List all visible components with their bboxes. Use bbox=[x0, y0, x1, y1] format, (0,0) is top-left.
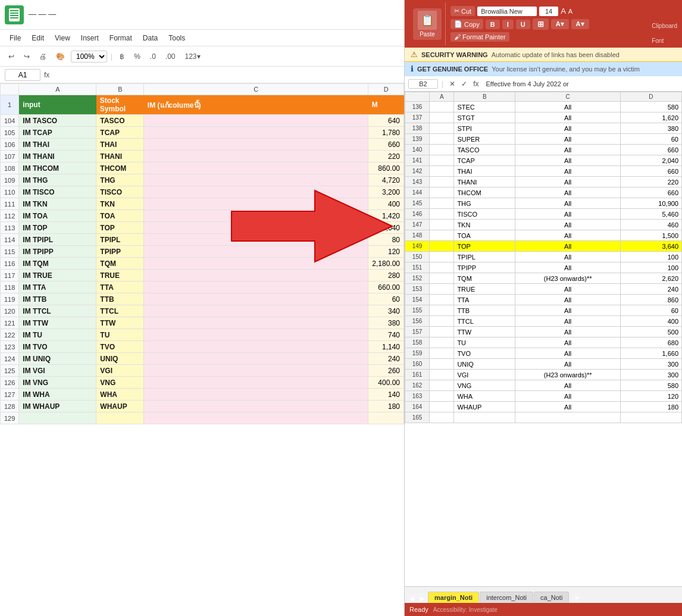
xl-cell-c[interactable]: (H23 onwards)** bbox=[515, 370, 621, 380]
gs-cell-c[interactable] bbox=[144, 282, 368, 293]
gs-cell-b[interactable]: VNG bbox=[96, 377, 144, 389]
xl-cell-b[interactable]: TQM bbox=[454, 273, 515, 284]
xl-cell-b[interactable]: TISCO bbox=[454, 209, 515, 220]
cut-button[interactable]: ✂ Cut bbox=[451, 6, 475, 16]
xl-cell-d[interactable]: 60 bbox=[620, 134, 681, 145]
redo-btn[interactable]: ↪ bbox=[20, 51, 33, 62]
gs-cell-c[interactable] bbox=[144, 258, 368, 270]
xl-cell-a[interactable] bbox=[430, 241, 454, 252]
xl-cell-a[interactable] bbox=[430, 337, 454, 348]
menu-format[interactable]: Format bbox=[105, 33, 137, 43]
gs-cell-c[interactable] bbox=[144, 377, 368, 389]
gs-cell-c[interactable] bbox=[144, 186, 368, 198]
xl-cell-d[interactable]: 460 bbox=[620, 220, 681, 230]
xl-cell-d[interactable]: 660 bbox=[620, 166, 681, 177]
gs-cell-c[interactable] bbox=[144, 127, 368, 139]
xl-cell-a[interactable] bbox=[430, 134, 454, 145]
xl-cell-d[interactable]: 100 bbox=[620, 262, 681, 273]
xl-cell-c[interactable]: All bbox=[515, 220, 621, 230]
xl-cell-ref[interactable]: B2 bbox=[408, 79, 438, 89]
add-sheet-btn[interactable]: + bbox=[572, 593, 581, 603]
xl-cell-c[interactable]: All bbox=[515, 252, 621, 262]
gs-cell-d[interactable]: 220 bbox=[368, 151, 404, 162]
gs-cell-b[interactable]: TTA bbox=[96, 282, 144, 293]
gs-cell-a[interactable]: IM WHAUP bbox=[19, 401, 96, 412]
gs-cell-a[interactable]: IM TCAP bbox=[19, 127, 96, 139]
italic-button[interactable]: I bbox=[502, 20, 514, 29]
gs-cell-d[interactable]: 340 bbox=[368, 305, 404, 317]
menu-tools[interactable]: Tools bbox=[164, 33, 190, 43]
xl-cell-c[interactable] bbox=[515, 412, 621, 423]
gs-cell-a[interactable]: IM TRUE bbox=[19, 270, 96, 282]
xl-cell-b[interactable]: STEC bbox=[454, 102, 515, 112]
bold-button[interactable]: B bbox=[486, 20, 500, 29]
xl-cell-c[interactable]: All bbox=[515, 262, 621, 273]
xl-cell-c[interactable]: All bbox=[515, 295, 621, 305]
xl-cell-a[interactable] bbox=[430, 187, 454, 198]
xl-cell-a[interactable] bbox=[430, 305, 454, 316]
xl-cell-b[interactable]: TTCL bbox=[454, 316, 515, 327]
xl-cell-d[interactable]: 300 bbox=[620, 370, 681, 380]
gs-cell-d[interactable]: 1,420 bbox=[368, 210, 404, 222]
xl-cell-c[interactable]: All bbox=[515, 166, 621, 177]
gs-cell-a[interactable]: IM TTA bbox=[19, 282, 96, 293]
decrease-font-btn[interactable]: A bbox=[568, 8, 572, 15]
xl-cell-c[interactable]: All bbox=[515, 327, 621, 337]
xl-cell-c[interactable]: All bbox=[515, 155, 621, 166]
gs-cell-d[interactable]: 80 bbox=[368, 234, 404, 246]
gs-cell-d[interactable]: 740 bbox=[368, 329, 404, 341]
gs-cell-d[interactable]: 2,180.00 bbox=[368, 258, 404, 270]
gs-cell-c[interactable] bbox=[144, 341, 368, 353]
gs-cell-d[interactable]: 3,200 bbox=[368, 186, 404, 198]
gs-cell-a[interactable]: IM THG bbox=[19, 174, 96, 186]
gs-cell-a[interactable]: IM VGI bbox=[19, 365, 96, 377]
gs-cell-a[interactable]: IM TU bbox=[19, 329, 96, 341]
gs-cell-d[interactable]: 280 bbox=[368, 270, 404, 282]
gs-cell-c[interactable] bbox=[144, 174, 368, 186]
gs-cell-d[interactable]: 260 bbox=[368, 365, 404, 377]
format-btn[interactable]: 123▾ bbox=[182, 51, 204, 62]
xl-cell-a[interactable] bbox=[430, 295, 454, 305]
gs-cell-c[interactable] bbox=[144, 234, 368, 246]
xl-cell-a[interactable] bbox=[430, 102, 454, 112]
decimal-btn1[interactable]: .0 bbox=[146, 51, 159, 62]
xl-cell-c[interactable]: All bbox=[515, 134, 621, 145]
xl-cell-c[interactable]: All bbox=[515, 359, 621, 370]
cell-ref-input[interactable] bbox=[5, 69, 40, 81]
gs-cell-d[interactable] bbox=[368, 412, 404, 424]
xl-cell-d[interactable]: 2,040 bbox=[620, 155, 681, 166]
paste-button[interactable]: 📋 Paste bbox=[413, 8, 442, 40]
xl-cell-b[interactable]: TTB bbox=[454, 305, 515, 316]
xl-cell-d[interactable]: 500 bbox=[620, 327, 681, 337]
gs-cell-d[interactable]: 660.00 bbox=[368, 282, 404, 293]
gs-cell-d[interactable]: 1,140 bbox=[368, 341, 404, 353]
undo-btn[interactable]: ↩ bbox=[5, 51, 18, 62]
xl-cell-d[interactable]: 2,620 bbox=[620, 273, 681, 284]
xl-cell-b[interactable]: UNIQ bbox=[454, 359, 515, 370]
xl-cell-d[interactable]: 180 bbox=[620, 402, 681, 412]
font-name-select[interactable]: Browallia New bbox=[477, 7, 537, 16]
zoom-select[interactable]: 100% bbox=[71, 51, 107, 62]
gs-cell-b[interactable]: TOA bbox=[96, 210, 144, 222]
tab-ca-noti[interactable]: ca_Noti bbox=[534, 592, 569, 603]
gs-cell-b[interactable]: TPIPP bbox=[96, 246, 144, 258]
paint-format-btn[interactable]: 🎨 bbox=[52, 51, 68, 62]
xl-cell-b[interactable]: THAI bbox=[454, 166, 515, 177]
tab-margin-noti[interactable]: margin_Noti bbox=[428, 592, 479, 603]
gs-cell-a[interactable]: IM TASCO bbox=[19, 115, 96, 127]
gs-cell-d[interactable]: 120 bbox=[368, 246, 404, 258]
gs-cell-d[interactable]: 2,640 bbox=[368, 222, 404, 234]
xl-cell-a[interactable] bbox=[430, 123, 454, 134]
gs-cell-b[interactable]: UNIQ bbox=[96, 353, 144, 365]
gs-cell-c[interactable] bbox=[144, 389, 368, 401]
xl-cell-d[interactable]: 680 bbox=[620, 337, 681, 348]
gs-cell-a[interactable]: IM TOP bbox=[19, 222, 96, 234]
xl-cell-d[interactable]: 300 bbox=[620, 359, 681, 370]
xl-cell-d[interactable]: 100 bbox=[620, 252, 681, 262]
gs-cell-a[interactable]: IM TQM bbox=[19, 258, 96, 270]
gs-cell-a[interactable]: IM TVO bbox=[19, 341, 96, 353]
menu-edit[interactable]: Edit bbox=[27, 33, 49, 43]
xl-cell-b[interactable]: TKN bbox=[454, 220, 515, 230]
xl-cell-b[interactable]: WHA bbox=[454, 391, 515, 402]
gs-cell-b[interactable]: TTW bbox=[96, 317, 144, 329]
